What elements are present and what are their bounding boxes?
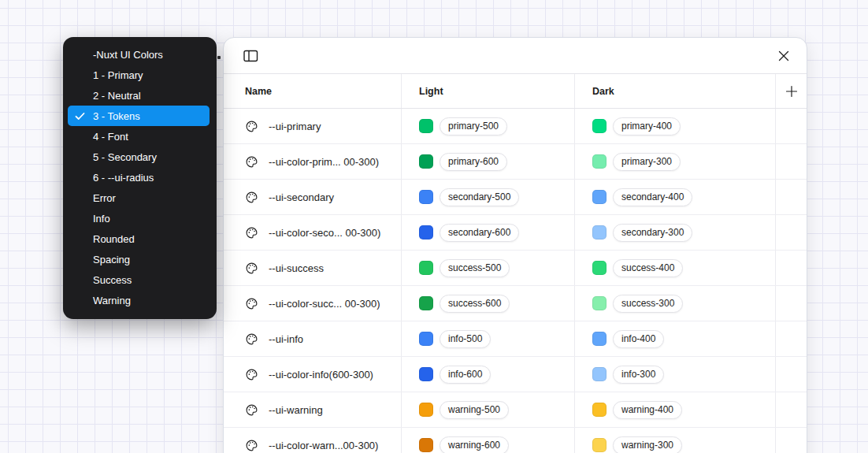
column-header-name[interactable]: Name (224, 74, 401, 108)
dark-mode-cell[interactable]: secondary-300 (574, 215, 775, 250)
dark-alias-pill[interactable]: primary-300 (613, 153, 681, 171)
variable-name-cell[interactable]: --ui-primary (224, 109, 401, 143)
dark-color-swatch[interactable] (592, 367, 606, 381)
light-alias-pill[interactable]: success-600 (440, 295, 510, 313)
collection-menu-item-label: Spacing (93, 254, 130, 265)
dark-alias-pill[interactable]: success-400 (613, 259, 683, 277)
collection-menu-item[interactable]: Rounded (68, 228, 210, 249)
variable-name-cell[interactable]: --ui-warning (224, 392, 401, 427)
select-caret-tip (217, 56, 221, 59)
variable-name-cell[interactable]: --ui-color-info(600-300) (224, 357, 401, 392)
collection-menu-item[interactable]: 3 - Tokens (68, 106, 210, 126)
dark-mode-cell[interactable]: info-300 (574, 357, 775, 392)
collection-menu-item[interactable]: Spacing (68, 249, 210, 269)
dark-mode-cell[interactable]: warning-400 (574, 392, 775, 427)
dark-color-swatch[interactable] (592, 225, 606, 239)
collection-title[interactable]: -Nuxt UI Colors (68, 44, 210, 65)
dark-alias-pill[interactable]: info-300 (613, 366, 664, 384)
dark-color-swatch[interactable] (592, 154, 606, 169)
collection-menu-item[interactable]: 4 - Font (68, 126, 210, 147)
light-color-swatch[interactable] (419, 296, 433, 310)
variable-name-cell[interactable]: --ui-success (224, 251, 401, 285)
collection-menu-item-label: 2 - Neutral (93, 90, 141, 102)
dark-mode-cell[interactable]: success-400 (574, 251, 775, 285)
light-alias-pill[interactable]: warning-500 (440, 401, 509, 419)
light-mode-cell[interactable]: warning-500 (401, 392, 574, 427)
variable-name: --ui-secondary (269, 191, 334, 203)
light-mode-cell[interactable]: info-500 (401, 321, 574, 356)
dark-alias-pill[interactable]: warning-300 (613, 436, 682, 453)
dark-color-swatch[interactable] (592, 119, 606, 133)
variable-name-cell[interactable]: --ui-info (224, 321, 401, 356)
collection-menu-item[interactable]: 6 - --ui-radius (68, 167, 210, 188)
dark-alias-pill[interactable]: info-400 (613, 330, 664, 348)
dark-mode-cell[interactable]: success-300 (574, 286, 775, 321)
light-color-swatch[interactable] (419, 403, 433, 417)
light-mode-cell[interactable]: secondary-600 (401, 215, 574, 250)
light-alias-pill[interactable]: secondary-500 (440, 188, 519, 206)
light-mode-cell[interactable]: secondary-500 (401, 180, 574, 214)
toggle-sidebar-button[interactable] (240, 46, 261, 66)
collection-menu-item[interactable]: 5 - Secondary (68, 147, 210, 167)
close-panel-button[interactable] (773, 46, 794, 66)
collection-menu-item[interactable]: 2 - Neutral (68, 85, 210, 106)
dark-color-swatch[interactable] (592, 332, 606, 346)
dark-color-swatch[interactable] (592, 261, 606, 275)
dark-mode-cell[interactable]: primary-400 (574, 109, 775, 143)
light-color-swatch[interactable] (419, 332, 433, 346)
dark-alias-pill[interactable]: secondary-300 (613, 224, 692, 242)
light-color-swatch[interactable] (419, 154, 433, 169)
light-alias-pill[interactable]: primary-600 (440, 153, 507, 171)
light-alias-pill[interactable]: info-600 (440, 366, 491, 384)
collection-menu-item[interactable]: Info (68, 208, 210, 228)
collection-menu-item[interactable]: Success (68, 269, 210, 290)
dark-alias-pill[interactable]: success-300 (613, 295, 683, 313)
variable-name-cell[interactable]: --ui-color-seco... 00-300) (224, 215, 401, 250)
light-alias-pill[interactable]: info-500 (440, 330, 491, 348)
column-header-dark[interactable]: Dark (574, 74, 775, 108)
dark-mode-cell[interactable]: primary-300 (574, 144, 775, 179)
variable-name-cell[interactable]: --ui-color-warn...00-300) (224, 428, 401, 453)
light-mode-cell[interactable]: info-600 (401, 357, 574, 392)
dark-mode-cell[interactable]: warning-300 (574, 428, 775, 453)
light-color-swatch[interactable] (419, 190, 433, 204)
dark-alias-pill[interactable]: warning-400 (613, 401, 682, 419)
light-color-swatch[interactable] (419, 119, 433, 133)
dark-alias-pill[interactable]: secondary-400 (613, 188, 692, 206)
dark-color-swatch[interactable] (592, 296, 606, 310)
dark-alias-pill[interactable]: primary-400 (613, 117, 681, 136)
light-color-swatch[interactable] (419, 438, 433, 452)
variable-name-cell[interactable]: --ui-color-prim... 00-300) (224, 144, 401, 179)
light-alias-pill[interactable]: primary-500 (440, 117, 507, 136)
light-mode-cell[interactable]: warning-600 (401, 428, 574, 453)
variable-name-cell[interactable]: --ui-color-succ... 00-300) (224, 286, 401, 321)
light-color-swatch[interactable] (419, 225, 433, 239)
light-alias-pill[interactable]: warning-600 (440, 436, 509, 453)
dark-mode-cell[interactable]: info-400 (574, 321, 775, 356)
dark-color-swatch[interactable] (592, 438, 606, 452)
collection-menu-item-label: Warning (93, 295, 131, 306)
light-mode-cell[interactable]: success-600 (401, 286, 574, 321)
variable-name-cell[interactable]: --ui-secondary (224, 180, 401, 214)
plus-icon (785, 85, 798, 98)
light-mode-cell[interactable]: primary-600 (401, 144, 574, 179)
color-variable-palette-icon (245, 368, 258, 381)
light-alias-pill[interactable]: success-500 (440, 259, 510, 277)
variable-row: --ui-info info-500 info-400 (224, 321, 807, 357)
variable-name: --ui-info (269, 333, 303, 345)
light-mode-cell[interactable]: success-500 (401, 251, 574, 285)
collection-menu-item[interactable]: Error (68, 188, 210, 208)
column-header-light[interactable]: Light (401, 74, 574, 108)
variables-table-header: Name Light Dark (224, 74, 807, 109)
add-mode-button[interactable] (781, 81, 802, 102)
dark-mode-cell[interactable]: secondary-400 (574, 180, 775, 214)
light-alias-pill[interactable]: secondary-600 (440, 224, 519, 242)
dark-color-swatch[interactable] (592, 403, 606, 417)
collection-menu-item-label: 6 - --ui-radius (93, 172, 154, 184)
light-color-swatch[interactable] (419, 261, 433, 275)
collection-menu-item[interactable]: 1 - Primary (68, 65, 210, 85)
collection-menu-item[interactable]: Warning (68, 290, 210, 310)
dark-color-swatch[interactable] (592, 190, 606, 204)
light-color-swatch[interactable] (419, 367, 433, 381)
light-mode-cell[interactable]: primary-500 (401, 109, 574, 143)
